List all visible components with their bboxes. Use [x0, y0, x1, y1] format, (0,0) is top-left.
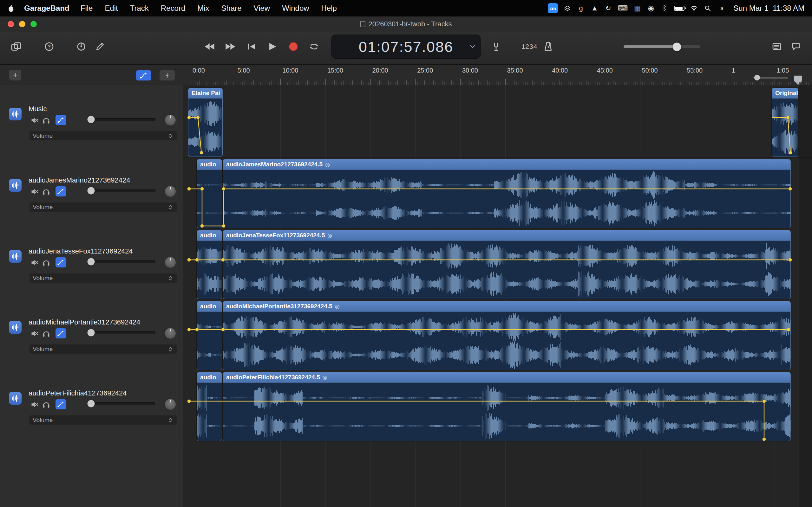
- automation-button[interactable]: [55, 399, 66, 409]
- audio-region[interactable]: audioPeterFilichia41273692424.5◎: [223, 372, 791, 441]
- mute-button[interactable]: [30, 116, 39, 124]
- pan-knob[interactable]: [165, 257, 176, 268]
- automation-node[interactable]: [786, 116, 790, 119]
- automation-node[interactable]: [222, 224, 225, 228]
- automation-node[interactable]: [763, 438, 766, 441]
- region-header[interactable]: audioPeterFilichia41273692424.5◎: [223, 372, 791, 383]
- apple-menu[interactable]: [8, 4, 14, 13]
- automation-parameter-select[interactable]: Volume: [30, 203, 177, 212]
- volume-slider-knob[interactable]: [673, 43, 681, 51]
- automation-parameter-select[interactable]: Volume: [30, 415, 177, 425]
- add-track-button[interactable]: +: [9, 70, 21, 80]
- speech-bubble-button[interactable]: [791, 42, 801, 52]
- audio-region[interactable]: Elaine Pai: [188, 88, 223, 157]
- automation-node[interactable]: [763, 400, 766, 403]
- audio-region[interactable]: audioJenaTesseFox11273692424.5◎: [223, 230, 791, 299]
- track-header[interactable]: audioMichaelPortantie31273692424Volume: [0, 300, 183, 372]
- automation-node[interactable]: [200, 151, 203, 155]
- go-to-beginning-button[interactable]: [247, 42, 257, 52]
- track-volume-slider[interactable]: [87, 331, 155, 334]
- automation-node[interactable]: [188, 187, 191, 191]
- audio-region[interactable]: audio: [197, 301, 222, 370]
- track-header[interactable]: audioJenaTesseFox11273692424Volume: [0, 229, 183, 300]
- metronome-button[interactable]: [543, 41, 554, 52]
- automation-button[interactable]: [55, 257, 66, 268]
- menu-share[interactable]: Share: [221, 4, 242, 13]
- menu-record[interactable]: Record: [161, 4, 185, 13]
- automation-lane[interactable]: [183, 87, 812, 158]
- time-machine-icon[interactable]: ↻: [604, 3, 612, 13]
- automation-node[interactable]: [222, 187, 225, 191]
- pan-knob[interactable]: [165, 399, 176, 410]
- solo-button[interactable]: [42, 116, 50, 124]
- show-automation-button[interactable]: [136, 70, 151, 80]
- automation-node[interactable]: [221, 328, 225, 331]
- audio-region[interactable]: Original: [772, 88, 798, 157]
- track-icon[interactable]: [9, 392, 21, 405]
- region-header[interactable]: audioJamesMarino21273692424.5◎: [223, 159, 791, 170]
- automation-parameter-select[interactable]: Volume: [30, 131, 177, 140]
- automation-node[interactable]: [200, 187, 204, 191]
- audio-region[interactable]: audio: [197, 159, 222, 228]
- automation-node[interactable]: [188, 328, 191, 331]
- pencil-button[interactable]: [95, 42, 105, 51]
- keyboard-icon[interactable]: ⌨: [618, 3, 628, 13]
- menu-view[interactable]: View: [254, 4, 270, 13]
- drive-icon[interactable]: ▲: [591, 3, 599, 13]
- rewind-button[interactable]: [204, 41, 215, 52]
- solo-button[interactable]: [42, 258, 50, 267]
- automation-node[interactable]: [188, 400, 191, 403]
- mute-button[interactable]: [30, 400, 39, 409]
- master-volume-slider[interactable]: [623, 45, 700, 48]
- track-name[interactable]: audioJenaTesseFox11273692424: [29, 247, 133, 256]
- automation-node[interactable]: [196, 116, 200, 119]
- track-name[interactable]: audioPeterFilichia41273692424: [29, 389, 126, 397]
- track-icon[interactable]: [9, 250, 21, 263]
- control-center-icon[interactable]: ◑: [717, 3, 725, 13]
- track-header[interactable]: audioJamesMarino21273692424Volume: [0, 158, 183, 229]
- automation-node[interactable]: [789, 258, 792, 262]
- automation-node[interactable]: [787, 328, 791, 331]
- automation-node[interactable]: [188, 258, 191, 262]
- bluetooth-icon[interactable]: ᛒ: [660, 3, 669, 13]
- automation-node[interactable]: [195, 258, 199, 262]
- region-header[interactable]: audioMichaelPortantie31273692424.5◎: [223, 301, 791, 312]
- track-volume-knob[interactable]: [88, 400, 95, 407]
- audio-region[interactable]: audioJamesMarino21273692424.5◎: [223, 159, 791, 228]
- pan-knob[interactable]: [165, 328, 176, 339]
- automation-node[interactable]: [221, 258, 225, 262]
- track-volume-knob[interactable]: [88, 258, 95, 266]
- region-header[interactable]: audio: [197, 230, 222, 241]
- wifi-icon[interactable]: [690, 3, 698, 13]
- track-volume-slider[interactable]: [87, 118, 155, 121]
- track-volume-slider[interactable]: [87, 189, 155, 192]
- region-header[interactable]: audio: [197, 372, 222, 383]
- time-ruler[interactable]: 0:005:0010:0015:0020:0025:0030:0035:0040…: [183, 65, 812, 85]
- menu-app-name[interactable]: GarageBand: [24, 4, 69, 13]
- lcd-mode-chevron-icon[interactable]: [469, 43, 476, 50]
- automation-node[interactable]: [789, 151, 792, 155]
- automation-node[interactable]: [200, 224, 204, 228]
- window-grid-icon[interactable]: ▦: [633, 3, 641, 13]
- zoom-button[interactable]: [31, 21, 37, 27]
- automation-parameter-select[interactable]: Volume: [30, 274, 177, 283]
- region-header[interactable]: audioJenaTesseFox11273692424.5◎: [223, 230, 791, 241]
- region-header[interactable]: Elaine Pai: [189, 88, 222, 99]
- track-name[interactable]: audioMichaelPortantie31273692424: [29, 318, 140, 326]
- fast-forward-button[interactable]: [225, 41, 236, 52]
- automation-button[interactable]: [55, 186, 66, 196]
- zoom-slider-knob[interactable]: [754, 75, 760, 80]
- battery-icon[interactable]: [674, 6, 684, 11]
- track-header[interactable]: audioPeterFilichia41273692424Volume: [0, 371, 183, 442]
- mute-button[interactable]: [30, 258, 39, 267]
- menu-file[interactable]: File: [81, 4, 93, 13]
- region-header[interactable]: Original: [772, 88, 798, 99]
- region-header[interactable]: audio: [197, 159, 222, 170]
- tuner-button[interactable]: [76, 42, 86, 52]
- menu-track[interactable]: Track: [130, 4, 149, 13]
- region-header[interactable]: audio: [197, 301, 222, 312]
- track-icon[interactable]: [9, 108, 21, 120]
- audio-region[interactable]: audio: [197, 230, 222, 299]
- dropbox-icon[interactable]: [563, 3, 571, 13]
- minimize-button[interactable]: [19, 21, 26, 27]
